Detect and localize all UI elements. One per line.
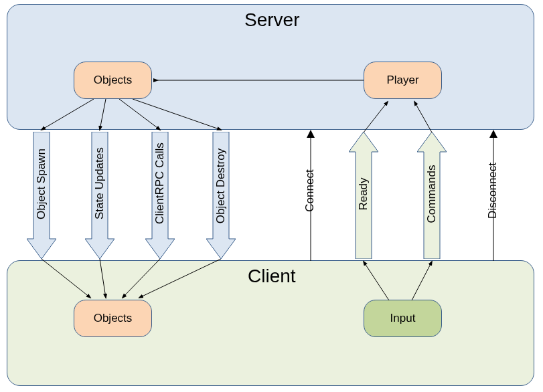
client-objects-node: Objects (74, 300, 152, 337)
svg-line-4 (133, 99, 221, 130)
ready-label: Ready (357, 167, 370, 221)
server-objects-node: Objects (74, 62, 152, 99)
svg-line-3 (119, 99, 160, 130)
clientrpc-calls-label: ClientRPC Calls (153, 148, 167, 224)
client-input-label: Input (390, 312, 416, 325)
object-spawn-label: Object Spawn (35, 153, 48, 219)
svg-line-6 (100, 259, 106, 298)
disconnect-label: Disconnect (486, 161, 499, 221)
connect-label: Connect (303, 164, 317, 217)
server-objects-fanout (27, 99, 237, 132)
server-player-node: Player (364, 62, 442, 99)
player-to-objects-arrow (152, 74, 364, 87)
server-player-label: Player (386, 74, 418, 87)
svg-line-8 (139, 259, 221, 298)
svg-line-13 (412, 262, 432, 300)
state-updates-label: State Updates (93, 153, 106, 219)
input-fanout (349, 259, 448, 300)
svg-line-11 (414, 102, 432, 132)
svg-line-2 (100, 99, 106, 130)
client-objects-label: Objects (94, 312, 133, 325)
client-input-node: Input (364, 300, 442, 337)
client-title: Client (248, 266, 296, 287)
svg-line-1 (42, 99, 94, 130)
svg-line-7 (123, 259, 160, 298)
server-title: Server (244, 9, 299, 31)
client-objects-fanin (27, 259, 237, 300)
svg-line-5 (42, 259, 90, 298)
server-objects-label: Objects (94, 74, 133, 87)
commands-label: Commands (425, 163, 439, 225)
svg-line-12 (364, 262, 389, 300)
player-fanin (349, 99, 448, 132)
object-destroy-label: Object Destroy (214, 148, 228, 224)
svg-line-10 (364, 102, 388, 132)
